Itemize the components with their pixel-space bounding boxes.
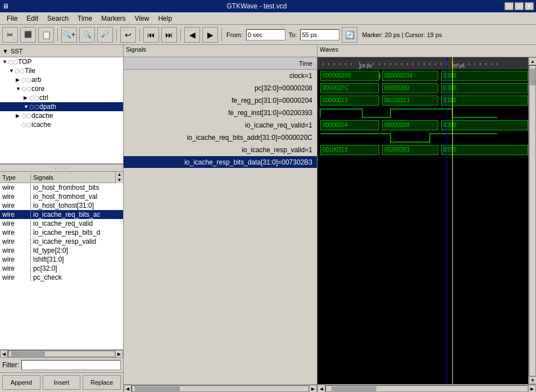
menu-help[interactable]: Help (153, 13, 176, 24)
maximize-button[interactable]: □ (515, 2, 524, 10)
vscroll-up[interactable]: ▲ (529, 57, 536, 65)
zoom-fit-button[interactable]: 🔍+ (61, 27, 77, 43)
wave-val-4-2: 0000 (441, 120, 528, 130)
menu-search[interactable]: Search (43, 13, 73, 24)
prev-edge-button[interactable]: ◀ (184, 27, 200, 43)
hscroll-right[interactable]: ▶ (115, 350, 123, 357)
to-input[interactable] (300, 29, 339, 40)
signal-entry-4[interactable]: io_icache_req_valid=1 (124, 119, 317, 131)
signal-entry-1[interactable]: pc[32:0]=00000208 (124, 82, 317, 94)
sig-row-7[interactable]: wire ld_type[2:0] (0, 246, 123, 255)
menu-edit[interactable]: Edit (22, 13, 43, 24)
tree-label-arb: arb (31, 76, 41, 84)
middle-hscroll-right[interactable]: ▶ (309, 385, 317, 392)
wave-val-2-1: 00100313 (382, 95, 438, 106)
tree-label-dpath: dpath (39, 103, 56, 111)
append-button[interactable]: Append (2, 375, 40, 390)
expander-dcache[interactable]: ▶ (16, 113, 21, 118)
refresh-button[interactable]: 🔄 (342, 27, 357, 43)
signal-entry-5[interactable]: io_icache_req_bits_addr[31:0]=0000020C (124, 131, 317, 144)
expander-arb[interactable]: ▶ (16, 77, 21, 83)
waves-canvas[interactable]: 18 ps 20 ps (317, 57, 528, 384)
sig-row-10[interactable]: wire pc_check (0, 273, 123, 282)
next-marker-button[interactable]: ⏭ (161, 27, 177, 43)
signals-table-header: Type Signals ▲▼ (0, 172, 123, 183)
waves-hscroll-right[interactable]: ▶ (528, 385, 536, 392)
zoom-in-button[interactable]: 🔍 (79, 27, 95, 43)
v-scroll-header: ▲▼ (115, 172, 123, 183)
middle-hscroll-left[interactable]: ◀ (124, 385, 131, 392)
signal-entry-6[interactable]: io_icache_resp_valid=1 (124, 144, 317, 156)
tree-icon-icache: ⬡⬡ (21, 122, 31, 128)
content-area: Time clock=1 pc[32:0]=00000208 fe_reg_pc… (124, 57, 536, 392)
tree-item-dcache[interactable]: ▶ ⬡⬡ dcache (0, 111, 123, 120)
expander-core[interactable]: ▼ (16, 86, 21, 92)
middle-hscroll-thumb[interactable] (135, 386, 180, 392)
wave-row-6: 00100313 00200393 0073 (317, 144, 528, 156)
to-label: To: (288, 31, 298, 38)
wave-row-2: 00000013 00100313 0020 (317, 94, 528, 107)
waves-hscroll-thumb[interactable] (331, 386, 376, 392)
tree-label-core: core (31, 85, 44, 93)
close-button[interactable]: ✕ (525, 2, 534, 10)
from-input[interactable] (246, 29, 285, 40)
sig-row-8[interactable]: wire lshift[31:0] (0, 255, 123, 264)
tree-icon-dcache: ⬡⬡ (21, 113, 31, 119)
next-edge-button[interactable]: ▶ (202, 27, 218, 43)
menu-view[interactable]: View (130, 13, 154, 24)
copy-button[interactable]: ⬛ (20, 27, 36, 43)
waves-vscroll: ▲ ▼ (528, 57, 536, 384)
expander-Tile[interactable]: ▼ (9, 68, 15, 74)
vscroll-down[interactable]: ▼ (529, 376, 536, 384)
expander-dpath[interactable]: ▼ (24, 104, 29, 110)
signal-entry-2[interactable]: fe_reg_pc[31:0]=00000204 (124, 94, 317, 107)
wave-val-4-1: 00000208 (382, 120, 438, 130)
hscroll-thumb[interactable] (11, 352, 45, 357)
sig-row-6[interactable]: wire io_icache_resp_valid (0, 237, 123, 246)
sig-row-9[interactable]: wire pc[32:0] (0, 264, 123, 273)
insert-button[interactable]: Insert (43, 375, 81, 390)
tree-item-core[interactable]: ▼ ⬡⬡ core (0, 84, 123, 93)
tree-item-ctrl[interactable]: ▶ ⬡⬡ ctrl (0, 93, 123, 102)
signal-entry-0[interactable]: clock=1 (124, 70, 317, 82)
replace-button[interactable]: Replace (83, 375, 121, 390)
tree-container: ▼ ⬡⬡ TOP ▼ ⬡⬡ Tile ▶ ⬡⬡ arb ▼ (0, 57, 123, 164)
cut-button[interactable]: ✂ (2, 27, 18, 43)
menu-file[interactable]: File (2, 13, 22, 24)
middle-right-area: Signals Waves Time clock=1 pc[32:0]=0000… (124, 45, 536, 392)
expander-TOP[interactable]: ▼ (2, 59, 8, 65)
app-icon: 🖥 (0, 2, 9, 10)
signal-entry-3[interactable]: fe_reg_inst[31:0]=00200393 (124, 107, 317, 119)
prev-marker-button[interactable]: ⏮ (143, 27, 159, 43)
filter-input[interactable] (21, 360, 121, 370)
paste-button[interactable]: 📋 (38, 27, 54, 43)
tree-item-icache[interactable]: ⬡⬡ icache (0, 120, 123, 129)
sst-expander[interactable]: ▼ (2, 48, 8, 54)
sig-row-0[interactable]: wire io_host_fromhost_bits (0, 183, 123, 192)
signals-header-label: Signals (126, 46, 146, 53)
tree-icon-arb: ⬡⬡ (21, 77, 31, 83)
hscroll-left[interactable]: ◀ (0, 350, 8, 357)
expander-ctrl[interactable]: ▶ (24, 95, 29, 101)
menu-markers[interactable]: Markers (97, 13, 130, 24)
menu-time[interactable]: Time (73, 13, 97, 24)
wave-val-1-1: 00000200 (382, 83, 438, 93)
sig-row-1[interactable]: wire io_host_fromhost_val (0, 192, 123, 201)
vscroll-thumb[interactable] (530, 69, 535, 85)
tree-item-dpath[interactable]: ▼ ⬡⬡ dpath (0, 102, 123, 111)
sig-row-2[interactable]: wire io_host_tohost[31:0] (0, 201, 123, 210)
zoom-out-button[interactable]: 🔎 (97, 27, 113, 43)
tree-label-TOP: TOP (18, 58, 31, 66)
sig-row-5[interactable]: wire io_icache_resp_bits_d (0, 228, 123, 237)
wave-val-6-0: 00100313 (320, 145, 379, 155)
waves-hscroll-track (325, 385, 528, 392)
undo-button[interactable]: ↩ (120, 27, 136, 43)
tree-item-TOP[interactable]: ▼ ⬡⬡ TOP (0, 57, 123, 66)
minimize-button[interactable]: ─ (505, 2, 514, 10)
sig-row-3[interactable]: wire io_icache_req_bits_ac (0, 210, 123, 219)
tree-item-Tile[interactable]: ▼ ⬡⬡ Tile (0, 66, 123, 75)
signal-entry-7[interactable]: io_icache_resp_bits_data[31:0]=007302B3 (124, 156, 317, 168)
sig-row-4[interactable]: wire io_icache_req_valid (0, 219, 123, 228)
waves-hscroll-left[interactable]: ◀ (317, 385, 325, 392)
tree-item-arb[interactable]: ▶ ⬡⬡ arb (0, 75, 123, 84)
